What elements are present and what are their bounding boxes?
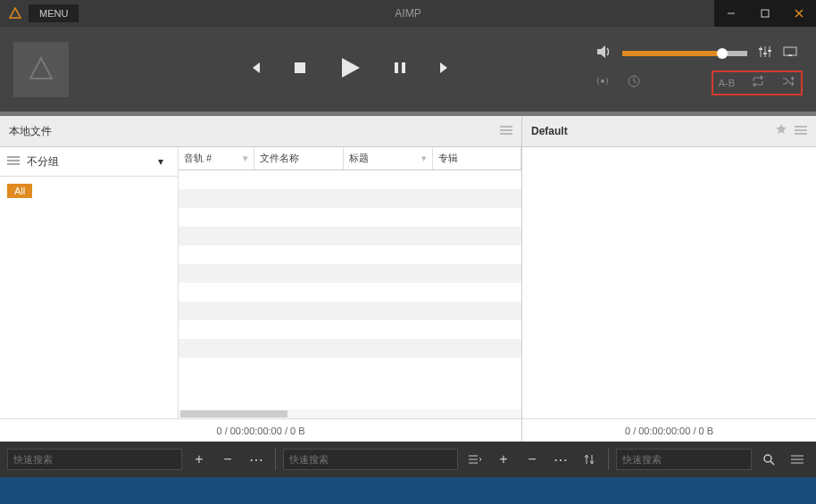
close-button[interactable] xyxy=(782,0,816,27)
menu-button[interactable]: MENU xyxy=(29,4,79,22)
previous-button[interactable] xyxy=(247,61,262,78)
svg-rect-5 xyxy=(395,62,398,73)
local-files-tab[interactable]: 本地文件 xyxy=(9,124,493,139)
more-button-mid[interactable]: ⋯ xyxy=(549,448,572,471)
svg-rect-1 xyxy=(762,10,769,17)
remove-button-mid[interactable]: − xyxy=(520,448,544,471)
search-input-left[interactable] xyxy=(7,449,182,470)
left-menu-icon[interactable] xyxy=(500,123,512,139)
search-input-right[interactable] xyxy=(616,449,752,470)
left-status: 0 / 00:00:00:00 / 0 B xyxy=(0,418,521,442)
volume-slider[interactable] xyxy=(622,51,747,56)
col-album[interactable]: 专辑 xyxy=(433,147,521,169)
group-dropdown[interactable]: 不分组▾ xyxy=(27,154,171,169)
svg-point-29 xyxy=(764,455,771,462)
add-button-mid[interactable]: + xyxy=(492,448,515,471)
svg-point-15 xyxy=(601,79,604,83)
next-button[interactable] xyxy=(438,61,453,78)
sort-button[interactable] xyxy=(578,448,601,471)
volume-icon[interactable] xyxy=(595,44,612,63)
search-input-mid[interactable] xyxy=(283,449,458,470)
menu-button-right[interactable] xyxy=(786,448,809,471)
playlist-area xyxy=(522,147,816,418)
hamburger-icon[interactable] xyxy=(7,153,20,169)
stop-button[interactable] xyxy=(293,61,307,78)
app-title: AIMP xyxy=(395,7,420,20)
horizontal-scrollbar[interactable] xyxy=(179,409,521,418)
ab-repeat-button[interactable]: A-B xyxy=(719,78,735,88)
add-button-left[interactable]: + xyxy=(187,448,211,471)
equalizer-button[interactable] xyxy=(758,45,772,62)
col-track[interactable]: 音轨 #▾ xyxy=(179,147,254,169)
display-button[interactable] xyxy=(783,45,797,62)
maximize-button[interactable] xyxy=(748,0,782,27)
more-button-left[interactable]: ⋯ xyxy=(245,448,268,471)
playback-mode-group: A-B xyxy=(712,70,803,95)
svg-rect-6 xyxy=(402,62,405,73)
album-art xyxy=(13,42,69,97)
svg-rect-11 xyxy=(763,53,767,54)
clock-icon[interactable] xyxy=(628,75,640,91)
search-icon[interactable] xyxy=(757,448,780,471)
svg-rect-13 xyxy=(784,47,796,55)
list-button-mid[interactable] xyxy=(463,448,487,471)
remove-button-left[interactable]: − xyxy=(216,448,239,471)
app-logo-icon xyxy=(7,5,23,21)
col-title[interactable]: 标题▾ xyxy=(344,147,433,169)
repeat-button[interactable] xyxy=(751,75,765,91)
star-icon[interactable] xyxy=(775,123,787,139)
minimize-button[interactable] xyxy=(714,0,748,27)
right-status: 0 / 00:00:00:00 / 0 B xyxy=(522,418,816,442)
right-menu-icon[interactable] xyxy=(795,123,807,139)
all-filter-button[interactable]: All xyxy=(7,184,32,198)
radio-icon[interactable] xyxy=(595,75,610,91)
table-rows xyxy=(179,170,521,409)
svg-rect-10 xyxy=(759,48,762,50)
play-button[interactable] xyxy=(338,56,362,83)
col-filename[interactable]: 文件名称 xyxy=(254,147,344,169)
svg-line-30 xyxy=(770,461,774,465)
default-playlist-tab[interactable]: Default xyxy=(531,125,768,137)
svg-rect-4 xyxy=(295,62,305,73)
table-header: 音轨 #▾ 文件名称 标题▾ 专辑 xyxy=(179,147,521,170)
pause-button[interactable] xyxy=(393,61,407,78)
shuffle-button[interactable] xyxy=(781,75,795,91)
svg-rect-12 xyxy=(768,50,771,52)
